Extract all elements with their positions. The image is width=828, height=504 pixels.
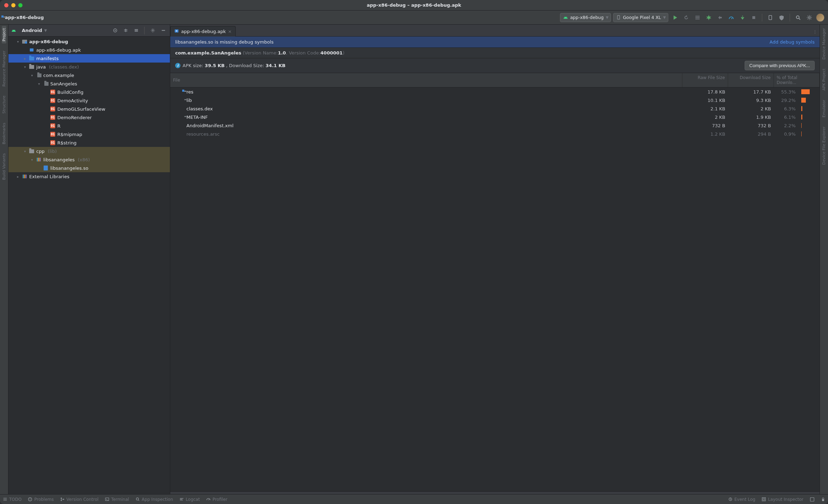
tree-node[interactable]: app-x86-debug.apk (8, 46, 170, 54)
compare-apk-button[interactable]: Compare with previous APK... (745, 61, 815, 70)
minimize-window-button[interactable] (11, 3, 15, 7)
file-row[interactable]: lib10.1 KB9.3 KB29.2% (170, 96, 820, 104)
status-app-inspection[interactable]: App Inspection (135, 497, 173, 502)
window-controls[interactable] (4, 3, 23, 7)
tree-node[interactable]: libsanangeles(x86) (8, 155, 170, 164)
tool-window-tab-emulator[interactable]: Emulator (822, 98, 826, 119)
file-row[interactable]: classes.dex2.1 KB2 KB6.3% (170, 104, 820, 113)
file-row[interactable]: META-INF2 KB1.9 KB6.1% (170, 113, 820, 121)
editor-area: app-x86-debug.apk × ⋮ libsanangeles.so i… (170, 25, 820, 494)
svg-rect-28 (822, 499, 824, 501)
stop-button[interactable] (749, 13, 758, 22)
node-icon (29, 56, 34, 61)
status-version-control[interactable]: Version Control (60, 497, 98, 502)
add-debug-symbols-link[interactable]: Add debug symbols (770, 39, 815, 45)
hide-panel-button[interactable] (159, 28, 167, 33)
column-percent[interactable]: % of Total Downlo... (774, 73, 820, 87)
svg-point-19 (60, 498, 62, 499)
tree-node[interactable]: BuildConfig (8, 88, 170, 96)
tree-node[interactable]: R (8, 122, 170, 130)
tool-window-tab-device-file-explorer[interactable]: Device File Explorer (822, 124, 826, 167)
status-profiler[interactable]: Profiler (206, 497, 227, 502)
column-download-size[interactable]: Download Size (728, 73, 774, 87)
tree-node[interactable]: DemoGLSurfaceView (8, 105, 170, 113)
search-button[interactable] (794, 13, 803, 22)
close-tab-button[interactable]: × (228, 29, 232, 34)
node-icon (36, 72, 42, 78)
svg-rect-25 (762, 498, 766, 501)
tree-node[interactable]: External Libraries (8, 172, 170, 181)
file-row[interactable]: resources.arsc1.2 KB294 B0.9% (170, 130, 820, 138)
chevron-icon[interactable] (30, 158, 34, 162)
apply-changes-button[interactable] (738, 13, 747, 22)
tab-options-button[interactable]: ⋮ (810, 27, 820, 36)
tree-node[interactable]: DemoRenderer (8, 113, 170, 122)
tool-window-tab-bookmarks[interactable]: Bookmarks (2, 121, 6, 146)
node-icon (50, 115, 56, 120)
attach-debugger-button[interactable] (715, 13, 725, 22)
tree-node[interactable]: DemoActivity (8, 96, 170, 105)
tool-window-tab-build-variants[interactable]: Build Variants (2, 151, 6, 182)
chevron-icon[interactable] (16, 175, 20, 179)
tree-node[interactable]: app-x86-debug (8, 37, 170, 46)
column-file[interactable]: File (170, 73, 682, 87)
tree-node[interactable]: libsanangeles.so (8, 164, 170, 172)
ide-status-button[interactable] (810, 497, 815, 502)
svg-point-8 (115, 30, 116, 31)
status-todo[interactable]: TODO (3, 497, 21, 502)
debug-button[interactable] (704, 13, 713, 22)
chevron-icon[interactable] (23, 57, 27, 60)
rerun-button[interactable] (682, 13, 691, 22)
column-raw-size[interactable]: Raw File Size (682, 73, 728, 87)
tree-node[interactable]: cpp(lib) (8, 147, 170, 155)
svg-point-20 (60, 500, 62, 501)
close-window-button[interactable] (4, 3, 8, 7)
status-terminal[interactable]: Terminal (105, 497, 129, 502)
lock-button[interactable] (821, 497, 825, 502)
tool-window-tab-device-manager[interactable]: Device Manager (822, 26, 826, 62)
tree-node[interactable]: SanAngeles (8, 79, 170, 88)
device-combo[interactable]: Google Pixel 4 XL ▼ (613, 13, 668, 22)
tree-node[interactable]: java(classes.dex) (8, 63, 170, 71)
sdk-manager-button[interactable] (777, 13, 786, 22)
chevron-icon[interactable] (37, 82, 41, 86)
tool-window-tab-structure[interactable]: Structure (2, 93, 6, 116)
user-avatar[interactable] (816, 13, 824, 22)
settings-button[interactable] (805, 13, 814, 22)
status-layout-inspector[interactable]: Layout Inspector (762, 497, 803, 502)
editor-tab[interactable]: app-x86-debug.apk × (170, 26, 236, 37)
expand-all-button[interactable] (122, 28, 129, 33)
file-row[interactable]: AndroidManifest.xml732 B732 B2.2% (170, 121, 820, 130)
tool-window-tab-resource-manager[interactable]: Resource Manager (2, 49, 6, 89)
run-with-coverage-button[interactable] (693, 13, 702, 22)
run-button[interactable] (670, 13, 680, 22)
file-table[interactable]: res17.8 KB17.7 KB55.3%lib10.1 KB9.3 KB29… (170, 88, 820, 491)
profiler-button[interactable] (727, 13, 736, 22)
select-opened-file-button[interactable] (111, 28, 119, 33)
chevron-icon[interactable] (23, 149, 27, 153)
chevron-icon[interactable] (23, 65, 27, 69)
tree-node[interactable]: com.example (8, 71, 170, 79)
project-tree[interactable]: app-x86-debugapp-x86-debug.apkmanifestsj… (8, 37, 170, 494)
file-row[interactable]: res17.8 KB17.7 KB55.3% (170, 88, 820, 96)
tree-node[interactable]: R$string (8, 138, 170, 147)
node-icon (50, 123, 56, 129)
zoom-window-button[interactable] (18, 3, 23, 7)
status-logcat[interactable]: Logcat (179, 497, 200, 502)
chevron-icon[interactable] (16, 40, 20, 44)
chevron-icon[interactable] (30, 73, 34, 77)
device-manager-button[interactable] (766, 13, 775, 22)
tool-window-tab-project[interactable]: Project (2, 26, 6, 44)
breadcrumb[interactable]: app-x86-debug (4, 15, 44, 20)
status-problems[interactable]: Problems (28, 497, 53, 502)
status-event-log[interactable]: Event Log (728, 497, 756, 502)
collapse-all-button[interactable] (132, 28, 140, 33)
svg-rect-26 (763, 498, 765, 500)
panel-settings-button[interactable] (149, 28, 157, 33)
svg-point-9 (152, 30, 153, 31)
tool-window-tab-apk-project[interactable]: APK Project (822, 66, 826, 93)
run-configuration-combo[interactable]: app-x86-debug ▼ (560, 13, 611, 22)
tree-node[interactable]: R$mipmap (8, 130, 170, 138)
project-view-combo[interactable]: Android ▼ (19, 26, 49, 35)
tree-node[interactable]: manifests (8, 54, 170, 63)
